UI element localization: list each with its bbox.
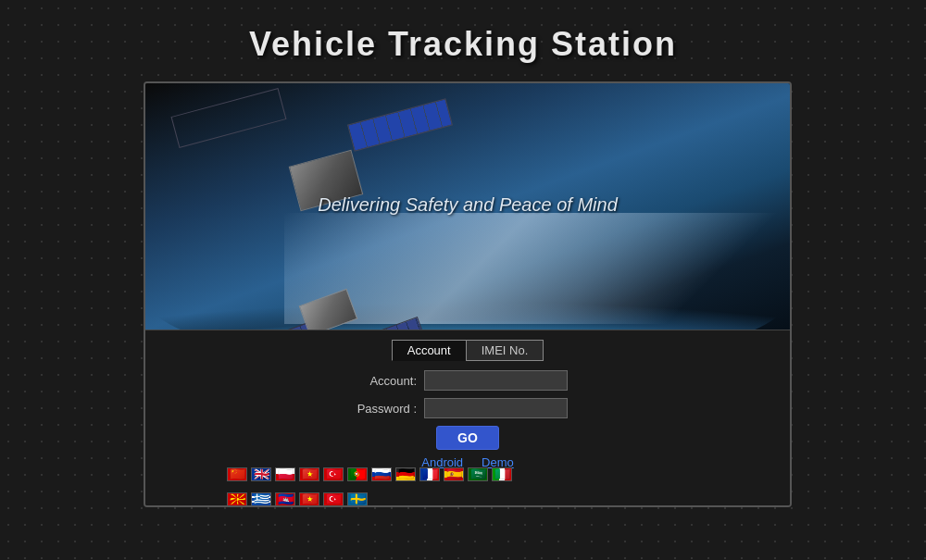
login-form: Account: Password :: [347, 370, 588, 418]
flag-es[interactable]: 🇪🇸: [444, 467, 464, 481]
flags-row-2: 🇲🇰 🇬🇷 🇰🇭 🇻🇳 🇹🇷 🇸🇪: [227, 492, 368, 506]
account-input[interactable]: [424, 370, 568, 391]
clouds-decoration: [284, 213, 790, 324]
solar-panel-right: [347, 98, 453, 151]
flag-ru[interactable]: 🇷🇺: [371, 467, 392, 481]
flag-mk[interactable]: 🇲🇰: [227, 492, 247, 506]
flag-gb[interactable]: 🇬🇧: [251, 467, 271, 481]
flag-tr[interactable]: 🇹🇷: [323, 467, 344, 481]
password-label: Password :: [347, 402, 417, 416]
flag-kh[interactable]: 🇰🇭: [275, 492, 295, 506]
tagline: Delivering Safety and Peace of Mind: [145, 194, 790, 216]
flag-cn[interactable]: 🇨🇳: [227, 467, 247, 481]
flag-pt[interactable]: 🇵🇹: [347, 467, 368, 481]
flag-fr[interactable]: 🇫🇷: [419, 467, 440, 481]
password-input[interactable]: [424, 398, 568, 418]
flag-tr2[interactable]: 🇹🇷: [323, 492, 344, 506]
flag-sa[interactable]: 🇸🇦: [468, 467, 488, 481]
flag-vn2[interactable]: 🇻🇳: [299, 492, 319, 506]
solar-panel-left: [171, 88, 287, 148]
tab-account[interactable]: Account: [392, 340, 466, 361]
flag-pl[interactable]: 🇵🇱: [275, 467, 295, 481]
account-row: Account:: [347, 370, 588, 391]
password-row: Password :: [347, 398, 588, 418]
main-panel: Delivering Safety and Peace of Mind Acco…: [144, 81, 792, 507]
tabs-container: Account IMEI No.: [392, 340, 544, 361]
page-title: Vehicle Tracking Station: [0, 25, 926, 64]
flags-row-1: 🇨🇳 🇬🇧 🇵🇱 🇻🇳 🇹🇷 🇵🇹 🇷🇺 🇩🇪 🇫🇷 🇪🇸 🇸🇦 🇮🇹: [227, 467, 512, 481]
go-button[interactable]: GO: [436, 426, 499, 450]
account-label: Account:: [347, 374, 417, 388]
flag-se[interactable]: 🇸🇪: [347, 492, 368, 506]
flag-de[interactable]: 🇩🇪: [395, 467, 416, 481]
flag-vn[interactable]: 🇻🇳: [299, 467, 319, 481]
flag-it[interactable]: 🇮🇹: [492, 467, 512, 481]
tab-imei[interactable]: IMEI No.: [466, 340, 544, 361]
flag-gr[interactable]: 🇬🇷: [251, 492, 271, 506]
hero-image: Delivering Safety and Peace of Mind: [145, 83, 790, 342]
